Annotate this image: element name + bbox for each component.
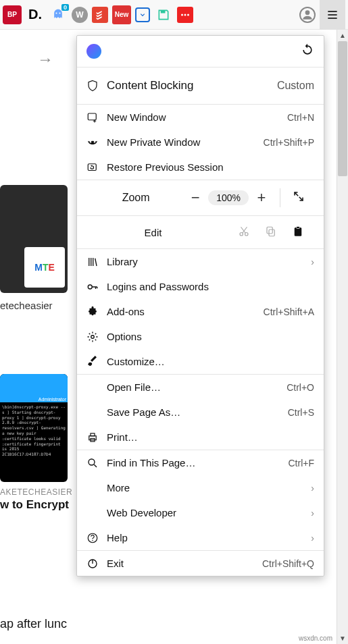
chevron-right-icon: › <box>311 257 314 267</box>
help-item[interactable]: Help › <box>77 525 324 550</box>
ext-lastpass-icon[interactable] <box>177 7 193 23</box>
addons-label: Add-ons <box>107 306 264 317</box>
scrollbar-up-arrow[interactable]: ▲ <box>337 30 348 41</box>
new-private-item[interactable]: New Private Window Ctrl+Shift+P <box>77 130 324 155</box>
new-window-label: New Window <box>107 111 287 123</box>
svg-rect-16 <box>297 226 300 228</box>
ext-new-badge[interactable]: New <box>112 5 131 24</box>
svg-rect-10 <box>88 163 96 170</box>
article-source: AKETECHEASIER <box>0 487 72 497</box>
options-label: Options <box>107 331 314 342</box>
ext-adblock-icon[interactable]: BP <box>3 5 22 24</box>
open-file-shortcut: Ctrl+O <box>287 382 314 393</box>
web-developer-label: Web Developer <box>107 507 311 518</box>
svg-point-4 <box>184 14 187 16</box>
content-blocking-item[interactable]: Content Blocking Custom <box>77 68 324 104</box>
zoom-in-button[interactable]: + <box>249 189 274 207</box>
svg-rect-13 <box>269 230 274 236</box>
watermark: wsxdn.com <box>297 634 334 643</box>
zoom-out-button[interactable]: − <box>182 189 208 207</box>
ext-ghostery-icon[interactable]: 0 <box>49 5 68 24</box>
paste-button[interactable] <box>284 225 312 240</box>
sync-refresh-icon[interactable] <box>301 43 314 59</box>
admin-label: Administrator <box>39 397 66 402</box>
ext-todoist-icon[interactable] <box>92 7 108 23</box>
exit-item[interactable]: Exit Ctrl+Shift+Q <box>77 551 324 576</box>
save-page-label: Save Page As… <box>107 406 288 418</box>
addons-item[interactable]: Add-ons Ctrl+Shift+A <box>77 299 324 324</box>
svg-point-5 <box>187 14 189 16</box>
logins-item[interactable]: Logins and Passwords <box>77 274 324 299</box>
new-private-shortcut: Ctrl+Shift+P <box>264 137 314 148</box>
paintbrush-icon <box>86 356 107 368</box>
cut-button[interactable] <box>230 225 257 240</box>
ext-save-icon[interactable] <box>154 5 173 24</box>
exit-shortcut: Ctrl+Shift+Q <box>262 558 314 569</box>
new-private-label: New Private Window <box>107 136 264 148</box>
new-window-item[interactable]: New Window Ctrl+N <box>77 105 324 130</box>
main-menu-button[interactable] <box>320 0 345 30</box>
terminal-text: \bin]dnscrypt-proxy.exe --s ] Starting d… <box>0 402 68 459</box>
customize-label: Customize… <box>107 356 314 367</box>
svg-point-6 <box>305 10 310 15</box>
scrollbar-down-arrow[interactable]: ▼ <box>337 633 348 644</box>
svg-point-0 <box>55 12 57 14</box>
chevron-right-icon: › <box>311 508 314 518</box>
scrollbar-thumb[interactable] <box>338 41 347 176</box>
zoom-label: Zoom <box>89 192 182 204</box>
restore-icon <box>86 161 107 173</box>
svg-point-24 <box>92 540 93 541</box>
power-icon <box>86 558 107 570</box>
open-file-item[interactable]: Open File… Ctrl+O <box>77 375 324 400</box>
chevron-right-icon: › <box>311 483 314 493</box>
menu-header <box>77 36 324 67</box>
partial-text: ap after lunc <box>0 617 67 631</box>
help-label: Help <box>107 532 311 543</box>
svg-point-9 <box>94 141 95 142</box>
svg-point-8 <box>90 141 91 142</box>
library-item[interactable]: Library › <box>77 249 324 274</box>
web-developer-item[interactable]: Web Developer › <box>77 500 324 525</box>
save-page-item[interactable]: Save Page As… Ctrl+S <box>77 400 324 425</box>
print-label: Print… <box>107 431 314 443</box>
ext-download-icon[interactable] <box>135 7 150 22</box>
logins-label: Logins and Passwords <box>107 281 314 292</box>
browser-toolbar: BP D. 0 W New <box>0 0 348 30</box>
ext-d-icon[interactable]: D. <box>26 5 45 24</box>
sync-profile-icon[interactable] <box>86 44 101 59</box>
svg-rect-20 <box>91 433 95 436</box>
exit-label: Exit <box>107 558 262 569</box>
svg-rect-2 <box>161 10 166 13</box>
article-title: w to Encrypt <box>0 498 69 512</box>
svg-rect-7 <box>88 113 96 120</box>
print-item[interactable]: Print… <box>77 425 324 450</box>
chevron-right-icon: › <box>311 533 314 543</box>
vertical-scrollbar[interactable]: ▲ ▼ <box>337 30 348 644</box>
edit-controls: Edit <box>77 216 324 248</box>
edit-label: Edit <box>76 227 230 238</box>
key-icon <box>86 281 107 293</box>
thumbnail-mte[interactable]: MTE <box>0 185 68 293</box>
main-menu-panel: Content Blocking Custom New Window Ctrl+… <box>76 35 324 576</box>
search-icon <box>86 457 107 469</box>
svg-point-1 <box>59 12 60 14</box>
fullscreen-button[interactable] <box>286 189 312 207</box>
svg-rect-15 <box>295 227 302 236</box>
shield-icon <box>86 80 107 92</box>
thumbnail-encrypt[interactable]: Administrator \bin]dnscrypt-proxy.exe --… <box>0 374 68 482</box>
svg-rect-14 <box>267 227 272 234</box>
copy-button[interactable] <box>257 225 284 240</box>
find-shortcut: Ctrl+F <box>289 458 315 468</box>
mask-icon <box>86 136 107 149</box>
next-arrow-icon[interactable]: → <box>37 50 53 69</box>
find-item[interactable]: Find in This Page… Ctrl+F <box>77 450 324 475</box>
ext-w-icon[interactable]: W <box>72 7 88 23</box>
profile-avatar-icon[interactable] <box>299 7 316 23</box>
restore-session-item[interactable]: Restore Previous Session <box>77 155 324 180</box>
options-item[interactable]: Options <box>77 324 324 349</box>
more-label: More <box>107 482 311 493</box>
zoom-value[interactable]: 100% <box>208 190 249 205</box>
customize-item[interactable]: Customize… <box>77 349 324 374</box>
more-item[interactable]: More › <box>77 475 324 500</box>
svg-point-18 <box>91 335 95 338</box>
